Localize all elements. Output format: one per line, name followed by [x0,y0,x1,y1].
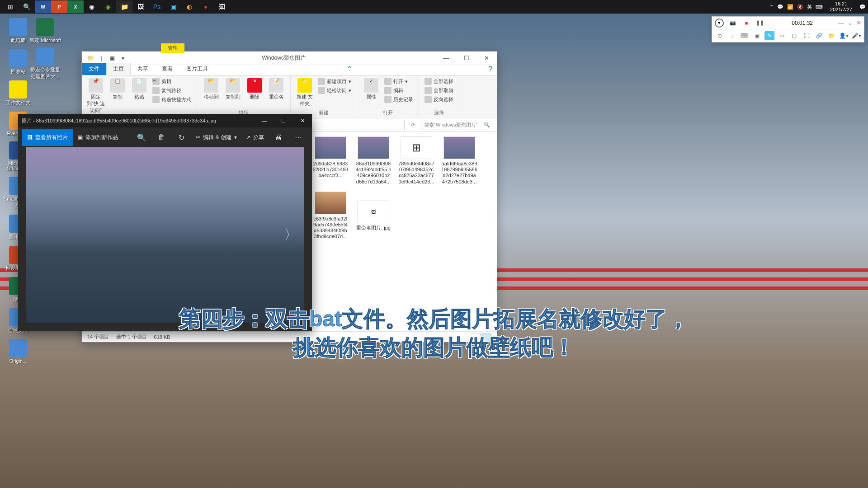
rec-link-icon[interactable]: 🔗 [814,31,824,40]
taskbar-clock[interactable]: 16:21 2021/7/27 [826,1,856,13]
file-item[interactable]: 86a310999f808 4c1892addf55 b409ce96010b2… [355,136,392,185]
photoshop-icon[interactable]: Ps [149,0,165,13]
rec-stop-button[interactable]: ■ [742,19,751,28]
keyboard-icon[interactable]: ⌨ [816,4,823,10]
rec-cursor-icon[interactable]: ⊙ [715,31,725,40]
ime-indicator[interactable]: 英 [807,4,812,10]
qat-dropdown-icon[interactable]: ▾ [118,53,128,63]
delete-button[interactable]: ✕删除 [245,77,264,100]
refresh-button[interactable]: ⟳ [407,120,418,131]
select-none-button[interactable]: 全部取消 [424,86,454,94]
photos-taskbar-icon[interactable]: 🖼 [132,0,149,13]
zoom-icon[interactable]: 🔍 [132,127,151,147]
desktop-icon-batch[interactable]: 带宏命令批量 处理图片大... [29,47,61,80]
rec-screen-icon[interactable]: ▭ [777,31,787,40]
desktop-icon-workfolder[interactable]: 工作文件夹 [2,80,34,106]
file-item[interactable]: ⊞7899d0e4408a7 07f95d498352c cc825a22ac6… [398,136,434,185]
add-to-new-button[interactable]: ▣添加到新作品 [73,127,123,147]
image-viewer-icon[interactable]: 🖼 [214,0,230,13]
copy-button[interactable]: 📋复制 [108,77,127,100]
desktop-icon-origin[interactable]: Origin... [2,339,34,364]
rec-mic-icon[interactable]: 🎤▾ [852,31,862,40]
view-all-photos-button[interactable]: 🖼查看所有照片 [22,129,73,146]
tab-home[interactable]: 主页 [106,63,131,75]
rec-expand-icon[interactable]: ⌄ [848,19,853,26]
delete-icon[interactable]: 🗑 [151,127,171,147]
search-icon[interactable]: 🔍 [19,0,35,13]
excel-icon[interactable]: X [67,0,84,13]
desktop-icon-newdoc[interactable]: 新建 Microsoft ... [29,18,61,49]
history-button[interactable]: 历史记录 [383,95,414,103]
help-icon[interactable]: ? [484,63,497,75]
easy-access-button[interactable]: 轻松访问 ▾ [317,86,352,94]
wechat-tray-icon[interactable]: 💬 [777,4,783,10]
properties-icon[interactable]: ▣ [107,53,117,63]
close-button[interactable]: ✕ [476,52,497,65]
rec-webcam-icon[interactable]: ▣ [752,31,762,40]
photo-viewport[interactable]: 〉 ⤢ [26,147,304,323]
tab-file[interactable]: 文件 [82,63,106,75]
photos-minimize-button[interactable]: — [255,114,274,127]
new-folder-button[interactable]: 📁新建 文件夹 [295,77,314,107]
copy-path-button[interactable]: 复制路径 [151,86,192,94]
search-input[interactable]: 搜索"Windows聚焦图片"🔍 [421,120,493,130]
next-photo-button[interactable]: 〉 [280,217,302,253]
rec-fullscreen-icon[interactable]: ⛶ [802,31,812,40]
volume-icon[interactable]: 🔇 [797,4,803,10]
rec-keyboard-icon[interactable]: ⌨ [740,31,750,40]
photos-titlebar[interactable]: 照片 - 86a310999f8084c1892addf955b409ce960… [18,114,312,127]
chevron-up-icon[interactable]: ⌃ [769,4,774,10]
network-icon[interactable]: 📶 [787,4,793,10]
more-icon[interactable]: ⋯ [288,127,308,147]
maximize-button[interactable]: ☐ [456,52,476,65]
tab-view[interactable]: 查看 [155,63,179,75]
tab-share[interactable]: 共享 [131,63,155,75]
rotate-icon[interactable]: ↻ [171,127,191,147]
tab-picture-tools[interactable]: 图片工具 [179,63,215,75]
invert-select-button[interactable]: 反向选择 [424,95,454,103]
rec-close-icon[interactable]: ✕ [856,19,861,26]
pin-quick-access-button[interactable]: 📌固定到"快 速访问" [86,77,105,114]
edit-button[interactable]: 编辑 [383,86,414,94]
paste-button[interactable]: 📄粘贴 [130,77,149,100]
rec-pen-icon[interactable]: ✎ [764,31,774,40]
rec-toggle-icon[interactable]: ▾ [715,19,724,28]
explorer-icon[interactable]: 📁 [116,0,132,13]
recorder-taskbar-icon[interactable]: ● [198,0,214,13]
everything-icon[interactable]: ◐ [181,0,198,13]
rename-button[interactable]: 📝重命名 [267,77,286,100]
rec-minimize-icon[interactable]: — [838,19,844,26]
rec-user-icon[interactable]: 👤▾ [839,31,849,40]
select-all-button[interactable]: 全部选择 [424,77,454,85]
collapse-ribbon-icon[interactable]: ⌃ [342,63,357,75]
file-item[interactable]: 2d9da828 89836282f b730c493 ba4cccf3... [312,136,349,185]
share-button[interactable]: ↗分享 [241,127,269,147]
file-item[interactable]: aafd6f9aa8c389 198799b935566 d2d27e27bd9… [441,136,477,185]
file-item[interactable]: c63f9a8c9fa92f 9ac57490e55f4 a5339484f0f… [312,192,349,240]
photos-close-button[interactable]: ✕ [293,114,312,127]
word-icon[interactable]: W [35,0,51,13]
minimize-button[interactable]: — [436,52,456,65]
chrome-icon[interactable]: ◉ [84,0,100,13]
powerpoint-icon[interactable]: P [51,0,67,13]
rec-pause-button[interactable]: ❚❚ [755,19,764,28]
move-to-button[interactable]: 📂移动到 [202,77,221,100]
open-button[interactable]: 打开 ▾ [383,77,414,85]
edit-create-button[interactable]: ✂编辑 & 创建 ▾ [191,127,241,147]
new-item-button[interactable]: 新建项目 ▾ [317,77,352,85]
cut-button[interactable]: ✂剪切 [151,77,192,85]
file-item[interactable]: 🖼重命名图片. jpg [355,201,392,240]
screen-recorder[interactable]: ▾ 📷 ■ ❚❚ 00:01:32 — ⌄ ✕ ⊙ ↓ ⌨ ▣ ✎ ▭ ▢ ⛶ … [712,16,864,42]
rec-region-icon[interactable]: ▢ [789,31,799,40]
rec-screenshot-icon[interactable]: 📷 [728,19,737,28]
rec-pointer-icon[interactable]: ↓ [727,31,737,40]
folder-icon[interactable]: 📁 [85,53,95,63]
paste-shortcut-button[interactable]: 粘贴快捷方式 [151,95,192,103]
rec-folder-icon[interactable]: 📁 [827,31,837,40]
notifications-icon[interactable]: 💬 [859,4,866,10]
start-button[interactable]: ⊞ [2,0,19,13]
copy-to-button[interactable]: 📂复制到 [223,77,242,100]
app-icon[interactable]: ▣ [165,0,181,13]
photos-maximize-button[interactable]: ☐ [274,114,293,127]
print-icon[interactable]: 🖨 [269,127,288,147]
